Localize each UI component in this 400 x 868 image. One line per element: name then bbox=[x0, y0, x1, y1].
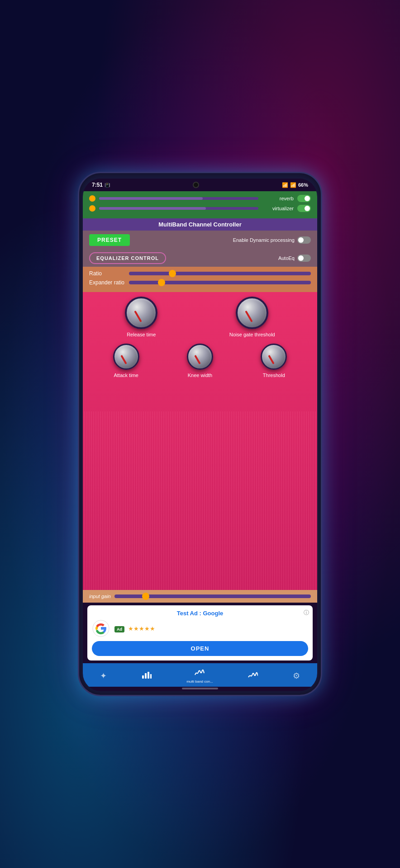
eq-control-button[interactable]: EQUALIZER CONTROL bbox=[89, 252, 166, 264]
expander-ratio-dot bbox=[158, 279, 165, 286]
ratio-dot bbox=[169, 270, 176, 277]
ad-badge-row: Ad ★★★★★ bbox=[114, 624, 308, 632]
camera-notch bbox=[193, 182, 199, 188]
ad-right: Ad ★★★★★ bbox=[114, 624, 308, 632]
app-title: MultiBand Channel Controller bbox=[83, 218, 317, 231]
reverb-label: reverb bbox=[262, 196, 294, 201]
autoeq-row: AutoEq bbox=[278, 255, 311, 262]
input-gain-row: input gain bbox=[83, 590, 317, 603]
expander-ratio-label: Expander ratio bbox=[89, 279, 125, 286]
knee-width-knob[interactable] bbox=[187, 344, 213, 370]
ad-open-button[interactable]: OPEN bbox=[92, 641, 308, 656]
input-gain-dot bbox=[142, 593, 149, 600]
ratio-label: Ratio bbox=[89, 270, 125, 277]
bottom-nav: ✦ bbox=[83, 663, 317, 687]
reverb-slider-track[interactable] bbox=[99, 197, 258, 200]
nav-item-audio[interactable] bbox=[248, 671, 258, 681]
dynamic-toggle[interactable] bbox=[297, 236, 311, 244]
knee-width-knob-item: Knee width bbox=[187, 344, 213, 378]
release-time-label: Release time bbox=[127, 332, 156, 337]
release-time-knob[interactable] bbox=[125, 297, 157, 329]
svg-rect-1 bbox=[142, 675, 144, 679]
phone-screen: 7:51 📳 📶 📶 66% reverb bbox=[83, 179, 317, 691]
ratio-area: Ratio Expander ratio bbox=[83, 267, 317, 292]
controls-bar: PRESET Enable Dynamic processing bbox=[83, 231, 317, 250]
ad-info-icon[interactable]: ⓘ bbox=[304, 609, 309, 617]
audio-icon bbox=[248, 671, 258, 681]
google-logo bbox=[92, 619, 110, 637]
virtualizer-slider-fill bbox=[99, 207, 206, 210]
threshold-label: Threshold bbox=[263, 373, 285, 378]
nav-item-effects[interactable]: ✦ bbox=[100, 671, 107, 681]
waveform-bg bbox=[83, 411, 317, 590]
ad-container: ⓘ Test Ad : Google bbox=[87, 605, 313, 660]
app-content: reverb virtualizer MultiBand Channel Con… bbox=[83, 191, 317, 691]
nav-item-settings[interactable]: ⚙ bbox=[293, 671, 300, 681]
knee-width-label: Knee width bbox=[188, 373, 212, 378]
threshold-knob[interactable] bbox=[261, 344, 287, 370]
expander-ratio-slider-row: Expander ratio bbox=[89, 279, 311, 286]
autoeq-toggle[interactable] bbox=[297, 255, 311, 262]
ad-stars: ★★★★★ bbox=[128, 625, 155, 632]
svg-rect-4 bbox=[150, 674, 152, 679]
ratio-slider-row: Ratio bbox=[89, 270, 311, 277]
equalizer-icon bbox=[142, 671, 152, 681]
enable-dynamic-label: Enable Dynamic processing bbox=[233, 237, 295, 243]
attack-time-knob-item: Attack time bbox=[113, 344, 139, 378]
expander-ratio-track[interactable] bbox=[129, 281, 311, 284]
virtualizer-slider-row: virtualizer bbox=[89, 205, 311, 212]
multiband-icon bbox=[195, 669, 205, 679]
ad-badge: Ad bbox=[114, 626, 124, 632]
vibrate-icon: 📳 bbox=[105, 183, 110, 188]
time-display: 7:51 bbox=[92, 182, 103, 188]
release-time-indicator bbox=[134, 311, 142, 322]
noise-gate-knob-item: Noise gate threshold bbox=[229, 297, 275, 337]
knee-width-indicator bbox=[194, 355, 200, 364]
noise-gate-indicator bbox=[245, 311, 253, 322]
attack-time-indicator bbox=[120, 355, 127, 364]
virtualizer-slider-track[interactable] bbox=[99, 207, 258, 210]
release-time-knob-item: Release time bbox=[125, 297, 157, 337]
threshold-indicator bbox=[268, 355, 275, 364]
status-bar: 7:51 📳 📶 📶 66% bbox=[83, 179, 317, 191]
attack-time-label: Attack time bbox=[114, 373, 138, 378]
virtualizer-toggle[interactable] bbox=[297, 205, 311, 212]
settings-icon: ⚙ bbox=[293, 671, 300, 681]
dynamic-row: Enable Dynamic processing bbox=[233, 236, 311, 244]
top-knobs-row: Release time Noise gate threshold bbox=[89, 297, 311, 337]
top-bar: reverb virtualizer bbox=[83, 191, 317, 218]
effects-icon: ✦ bbox=[100, 671, 107, 681]
input-gain-label: input gain bbox=[89, 594, 111, 599]
ad-title: Test Ad : Google bbox=[92, 610, 308, 617]
battery-display: 66% bbox=[298, 182, 308, 188]
preset-button[interactable]: PRESET bbox=[89, 234, 130, 246]
input-gain-track[interactable] bbox=[114, 594, 311, 598]
wifi-icon: 📶 bbox=[282, 182, 288, 188]
reverb-slider-dot bbox=[89, 195, 95, 202]
reverb-toggle[interactable] bbox=[297, 195, 311, 202]
reverb-slider-row: reverb bbox=[89, 195, 311, 202]
svg-rect-3 bbox=[148, 672, 149, 679]
knobs-area: Release time Noise gate threshold bbox=[83, 292, 317, 590]
bottom-knobs-row: Attack time Knee width Threshold bbox=[89, 344, 311, 378]
noise-gate-label: Noise gate threshold bbox=[229, 332, 275, 337]
eq-bar: EQUALIZER CONTROL AutoEq bbox=[83, 250, 317, 267]
virtualizer-slider-dot bbox=[89, 205, 95, 212]
noise-gate-knob[interactable] bbox=[236, 297, 268, 329]
autoeq-label: AutoEq bbox=[278, 255, 295, 261]
nav-item-equalizer[interactable] bbox=[142, 671, 152, 681]
phone-frame: 7:51 📳 📶 📶 66% reverb bbox=[78, 172, 322, 696]
attack-time-knob[interactable] bbox=[113, 344, 139, 370]
signal-icon: 📶 bbox=[290, 182, 296, 188]
multiband-label: multi band con... bbox=[186, 679, 213, 684]
threshold-knob-item: Threshold bbox=[261, 344, 287, 378]
reverb-slider-fill bbox=[99, 197, 203, 200]
home-indicator[interactable] bbox=[182, 688, 218, 689]
nav-item-multiband[interactable]: multi band con... bbox=[186, 669, 213, 684]
ratio-track[interactable] bbox=[129, 272, 311, 275]
ad-content: Ad ★★★★★ bbox=[92, 619, 308, 637]
virtualizer-label: virtualizer bbox=[262, 206, 294, 211]
svg-rect-2 bbox=[145, 673, 147, 679]
